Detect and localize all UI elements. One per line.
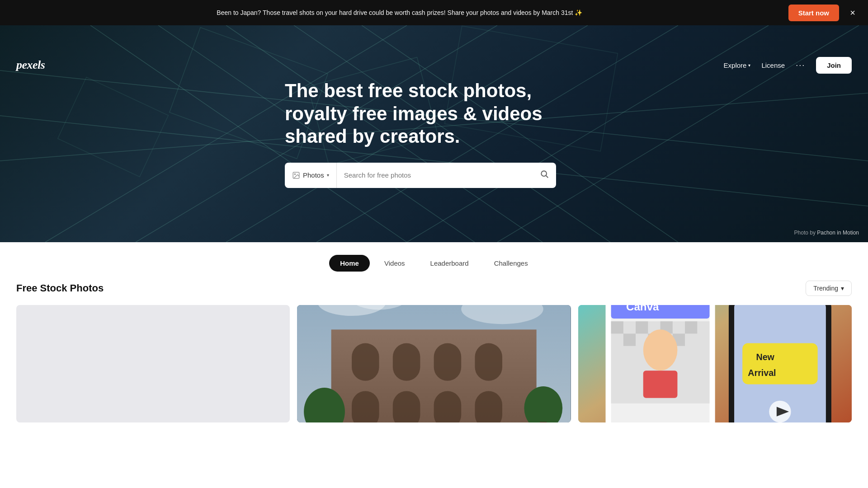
phone-image: Canva New Arrival: [578, 305, 852, 422]
svg-rect-30: [475, 343, 503, 381]
nav-right: Explore ▾ License ··· Join: [724, 57, 852, 74]
photo-type-icon: [292, 171, 300, 179]
banner-cta-button[interactable]: Start now: [788, 5, 839, 21]
svg-rect-29: [434, 343, 462, 381]
svg-line-21: [546, 176, 548, 178]
search-input[interactable]: [337, 171, 533, 179]
svg-rect-28: [393, 343, 420, 381]
sort-button[interactable]: Trending ▾: [806, 281, 852, 296]
section-header: Free Stock Photos Trending ▾: [16, 281, 852, 296]
banner-close-button[interactable]: ×: [846, 6, 859, 19]
svg-text:Arrival: Arrival: [748, 368, 776, 378]
section-title: Free Stock Photos: [16, 282, 104, 294]
hero-section: pexels Explore ▾ License ··· Join The be…: [0, 25, 868, 242]
explore-chevron-icon: ▾: [748, 63, 750, 68]
svg-rect-34: [475, 391, 503, 422]
search-icon: [540, 169, 549, 178]
license-nav-item[interactable]: License: [761, 61, 785, 69]
svg-rect-45: [611, 321, 623, 333]
join-button[interactable]: Join: [816, 57, 852, 74]
credit-prefix: Photo by: [794, 230, 817, 236]
svg-point-19: [294, 174, 295, 174]
content-tabs: Home Videos Leaderboard Challenges: [0, 242, 868, 281]
explore-nav-item[interactable]: Explore ▾: [724, 61, 751, 69]
svg-rect-46: [636, 321, 648, 333]
banner-text: Been to Japan? Those travel shots on you…: [11, 9, 788, 16]
svg-point-52: [643, 329, 677, 371]
hero-title: The best free stock photos, royalty free…: [285, 80, 583, 148]
svg-rect-32: [393, 391, 420, 422]
search-type-chevron-icon: ▾: [327, 173, 329, 178]
search-button[interactable]: [533, 169, 556, 181]
hero-credit: Photo by Pachon in Motion: [794, 230, 859, 236]
photo-card[interactable]: [16, 305, 290, 422]
tab-home[interactable]: Home: [329, 255, 370, 272]
svg-rect-49: [623, 333, 636, 346]
search-type-label: Photos: [303, 171, 324, 179]
svg-text:Canva: Canva: [626, 305, 659, 313]
svg-rect-38: [540, 422, 547, 422]
svg-rect-33: [434, 391, 462, 422]
svg-point-20: [541, 171, 547, 176]
svg-rect-57: [742, 343, 817, 385]
more-nav-button[interactable]: ···: [796, 61, 805, 70]
svg-rect-53: [643, 371, 677, 398]
tab-leaderboard[interactable]: Leaderboard: [420, 255, 480, 272]
main-content: Free Stock Photos Trending ▾: [0, 281, 868, 441]
hero-content: The best free stock photos, royalty free…: [276, 80, 592, 188]
svg-rect-48: [685, 321, 697, 333]
building-image: [297, 305, 571, 422]
site-logo[interactable]: pexels: [16, 58, 45, 72]
svg-rect-31: [352, 391, 379, 422]
photo-grid: Canva New Arrival: [16, 305, 852, 422]
explore-label: Explore: [724, 61, 747, 69]
sort-label: Trending: [813, 285, 838, 292]
svg-rect-17: [58, 77, 169, 177]
tab-challenges[interactable]: Challenges: [483, 255, 539, 272]
tab-videos[interactable]: Videos: [373, 255, 416, 272]
photo-card[interactable]: [297, 305, 571, 422]
credit-author-link[interactable]: Pachon in Motion: [817, 230, 859, 236]
search-bar: Photos ▾: [285, 163, 556, 188]
navbar: pexels Explore ▾ License ··· Join: [0, 51, 868, 80]
promo-banner: Been to Japan? Those travel shots on you…: [0, 0, 868, 25]
search-type-selector[interactable]: Photos ▾: [285, 163, 337, 188]
sort-chevron-icon: ▾: [841, 285, 844, 292]
svg-rect-27: [352, 343, 379, 381]
svg-text:New: New: [756, 352, 774, 362]
photo-card[interactable]: Canva New Arrival: [578, 305, 852, 422]
